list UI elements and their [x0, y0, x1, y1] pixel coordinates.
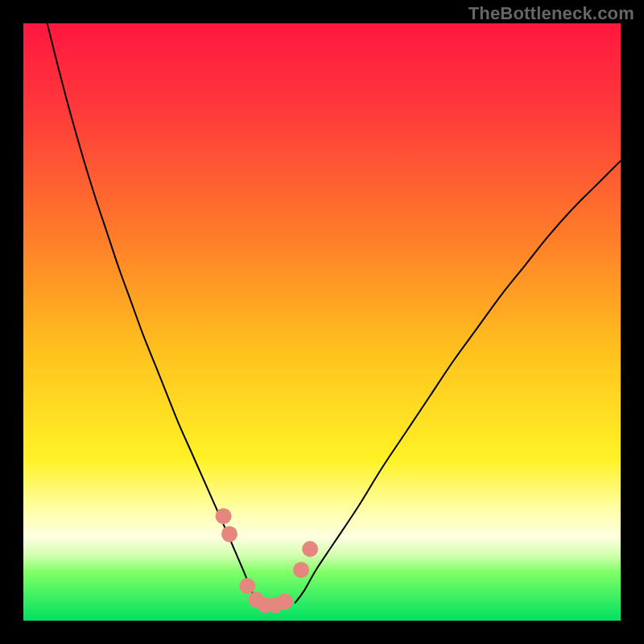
data-point	[293, 562, 309, 578]
watermark-text: TheBottleneck.com	[469, 3, 634, 24]
plot-area	[23, 23, 621, 621]
data-point	[277, 593, 293, 609]
data-point	[239, 578, 255, 594]
gradient-background	[23, 23, 621, 621]
data-point	[216, 508, 232, 524]
chart-svg	[23, 23, 621, 621]
data-point	[302, 541, 318, 557]
outer-frame: TheBottleneck.com	[0, 0, 644, 644]
data-point	[221, 526, 237, 542]
